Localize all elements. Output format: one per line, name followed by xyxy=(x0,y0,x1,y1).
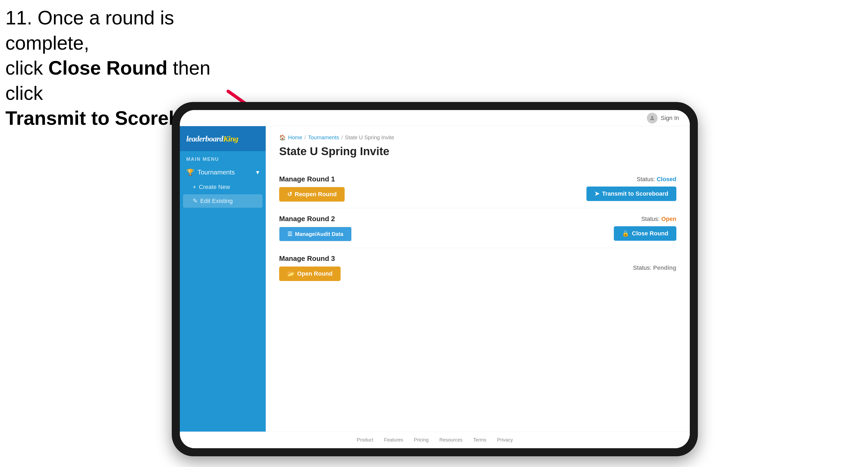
round-1-right: Status: Closed ➤ Transmit to Scoreboard xyxy=(586,176,676,201)
lock-icon: 🔒 xyxy=(622,230,629,237)
sidebar-edit-existing[interactable]: ✎ Edit Existing xyxy=(183,194,262,208)
logo-area: leaderboardKing xyxy=(180,126,266,151)
instruction-bold1: Close Round xyxy=(48,57,167,79)
home-icon: 🏠 xyxy=(279,134,286,141)
tablet-frame: Sign In leaderboardKing MAIN MENU 🏆 Tour… xyxy=(172,102,698,456)
reopen-round-button[interactable]: ↺ Reopen Round xyxy=(279,187,345,201)
round-3-right: Status: Pending xyxy=(633,264,676,271)
round-3-title: Manage Round 3 xyxy=(279,254,341,263)
round-3-status: Status: Pending xyxy=(633,264,676,271)
close-round-label: Close Round xyxy=(632,230,668,237)
logo-king: King xyxy=(223,134,238,143)
chevron-down-icon: ▾ xyxy=(256,168,259,176)
main-content: 🏠 Home / Tournaments / State U Spring In… xyxy=(266,126,690,432)
open-round-label: Open Round xyxy=(297,270,333,277)
round-3-section: Manage Round 3 📂 Open Round Status: Pend… xyxy=(279,248,676,287)
transmit-label: Transmit to Scoreboard xyxy=(602,190,668,197)
breadcrumb-tournaments[interactable]: Tournaments xyxy=(308,134,339,141)
close-round-button[interactable]: 🔒 Close Round xyxy=(614,226,676,241)
sidebar-tournaments-label: Tournaments xyxy=(197,168,235,176)
transmit-to-scoreboard-button[interactable]: ➤ Transmit to Scoreboard xyxy=(586,187,676,201)
sign-in-area[interactable]: Sign In xyxy=(647,113,679,123)
sidebar-item-tournaments[interactable]: 🏆 Tournaments ▾ xyxy=(180,164,266,180)
round-3-status-value: Pending xyxy=(653,264,676,271)
sidebar: leaderboardKing MAIN MENU 🏆 Tournaments … xyxy=(180,126,266,432)
round-1-status: Status: Closed xyxy=(637,176,676,183)
round-2-title: Manage Round 2 xyxy=(279,215,351,223)
main-menu-label: MAIN MENU xyxy=(180,151,266,164)
tablet-screen: Sign In leaderboardKing MAIN MENU 🏆 Tour… xyxy=(180,110,690,448)
round-2-status: Status: Open xyxy=(641,216,676,222)
sidebar-create-new-label: Create New xyxy=(199,184,230,191)
round-1-title: Manage Round 1 xyxy=(279,175,345,183)
edit-icon: ✎ xyxy=(193,197,197,205)
manage-audit-button[interactable]: ☰ Manage/Audit Data xyxy=(279,227,351,241)
round-2-right: Status: Open 🔒 Close Round xyxy=(614,216,676,241)
plus-icon: + xyxy=(193,184,196,191)
avatar-icon xyxy=(647,113,658,123)
round-2-left: Manage Round 2 ☰ Manage/Audit Data xyxy=(279,215,351,241)
round-1-left: Manage Round 1 ↺ Reopen Round xyxy=(279,175,345,201)
breadcrumb-current: State U Spring Invite xyxy=(345,134,394,141)
open-round-button[interactable]: 📂 Open Round xyxy=(279,267,341,281)
app-body: leaderboardKing MAIN MENU 🏆 Tournaments … xyxy=(180,126,690,432)
sign-in-label[interactable]: Sign In xyxy=(661,115,679,122)
round-3-left: Manage Round 3 📂 Open Round xyxy=(279,254,341,281)
logo: leaderboardKing xyxy=(186,134,238,144)
svg-point-4 xyxy=(651,116,653,118)
logo-leaderboard: leaderboard xyxy=(186,134,223,143)
breadcrumb-sep1: / xyxy=(304,134,306,141)
instruction-line2: click xyxy=(5,57,48,79)
sidebar-create-new[interactable]: + Create New xyxy=(180,180,266,194)
open-icon: 📂 xyxy=(287,270,294,277)
round-1-status-value: Closed xyxy=(657,176,676,183)
manage-audit-label: Manage/Audit Data xyxy=(295,231,343,237)
footer-link-terms[interactable]: Terms xyxy=(473,437,486,443)
round-2-section: Manage Round 2 ☰ Manage/Audit Data Statu… xyxy=(279,208,676,248)
top-bar: Sign In xyxy=(180,110,690,126)
footer-link-privacy[interactable]: Privacy xyxy=(497,437,513,443)
breadcrumb-home[interactable]: Home xyxy=(288,134,302,141)
reopen-round-label: Reopen Round xyxy=(295,191,337,198)
breadcrumb: 🏠 Home / Tournaments / State U Spring In… xyxy=(279,134,676,141)
trophy-icon: 🏆 xyxy=(186,168,194,176)
breadcrumb-sep2: / xyxy=(341,134,343,141)
footer-link-features[interactable]: Features xyxy=(384,437,403,443)
sidebar-edit-existing-label: Edit Existing xyxy=(200,197,233,205)
page-title: State U Spring Invite xyxy=(279,145,676,158)
round-2-status-value: Open xyxy=(661,216,676,222)
footer-link-pricing[interactable]: Pricing xyxy=(414,437,429,443)
round-1-section: Manage Round 1 ↺ Reopen Round Status: Cl… xyxy=(279,168,676,208)
footer: ProductFeaturesPricingResourcesTermsPriv… xyxy=(180,432,690,448)
audit-icon: ☰ xyxy=(287,231,292,237)
transmit-icon: ➤ xyxy=(594,190,599,197)
footer-link-resources[interactable]: Resources xyxy=(439,437,462,443)
footer-link-product[interactable]: Product xyxy=(357,437,373,443)
instruction-line1: 11. Once a round is complete, xyxy=(5,7,174,54)
reopen-icon: ↺ xyxy=(287,191,292,198)
